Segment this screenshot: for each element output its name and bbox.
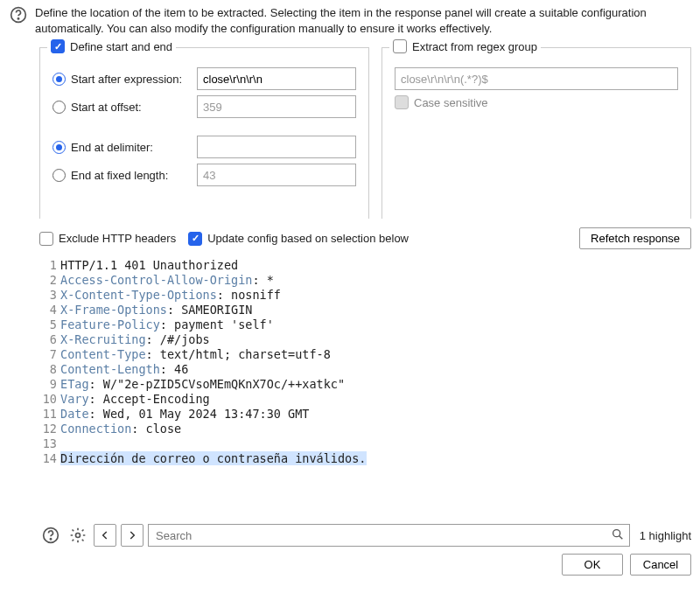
response-line[interactable]: HTTP/1.1 401 Unauthorized	[60, 258, 691, 273]
regex-group: Extract from regex group Case sensitive	[382, 47, 691, 219]
end-at-fixed-length-radio[interactable]	[52, 169, 66, 182]
define-start-end-group: ✓ Define start and end Start after expre…	[39, 47, 369, 219]
prev-arrow-icon[interactable]	[94, 524, 116, 547]
exclude-http-headers-checkbox[interactable]	[39, 232, 53, 246]
end-at-delimiter-label[interactable]: End at delimiter:	[71, 141, 192, 154]
svg-point-1	[18, 18, 18, 19]
start-after-expression-label[interactable]: Start after expression:	[71, 73, 192, 86]
response-line[interactable]: Vary: Accept-Encoding	[60, 392, 691, 407]
response-line[interactable]: Connection: close	[60, 422, 691, 436]
define-start-end-legend: Define start and end	[70, 40, 172, 53]
response-line[interactable]: Feature-Policy: payment 'self'	[60, 317, 691, 332]
end-at-delimiter-input[interactable]	[197, 136, 356, 158]
ok-button[interactable]: OK	[562, 554, 623, 576]
end-at-fixed-length-input[interactable]	[197, 164, 356, 186]
help-icon-small[interactable]	[39, 524, 62, 547]
response-line[interactable]: Content-Type: text/html; charset=utf-8	[60, 347, 691, 362]
start-at-offset-label[interactable]: Start at offset:	[71, 101, 192, 114]
regex-group-legend: Extract from regex group	[412, 40, 537, 53]
description-text: Define the location of the item to be ex…	[35, 5, 691, 37]
response-line[interactable]: X-Content-Type-Options: nosniff	[60, 288, 691, 303]
end-at-delimiter-radio[interactable]	[52, 141, 66, 154]
response-line[interactable]: Content-Length: 46	[60, 362, 691, 377]
gear-icon[interactable]	[66, 524, 89, 547]
start-after-expression-input[interactable]	[197, 67, 356, 90]
update-config-label: Update config based on selection below	[207, 232, 409, 245]
response-line[interactable]: X-Frame-Options: SAMEORIGIN	[60, 303, 691, 317]
svg-point-5	[612, 530, 620, 537]
response-line[interactable]: Date: Wed, 01 May 2024 13:47:30 GMT	[60, 407, 691, 422]
highlight-count: 1 highlight	[634, 529, 691, 542]
search-input[interactable]	[148, 524, 630, 547]
response-line[interactable]	[60, 436, 691, 451]
update-config-checkbox[interactable]: ✓	[188, 232, 202, 246]
end-at-fixed-length-label[interactable]: End at fixed length:	[71, 169, 192, 182]
response-line[interactable]: ETag: W/"2e-pZID5CVsoMEmQKnX7Oc/++xatkc"	[60, 377, 691, 392]
start-at-offset-radio[interactable]	[52, 101, 66, 114]
cancel-button[interactable]: Cancel	[630, 554, 691, 576]
define-start-end-checkbox[interactable]: ✓	[51, 39, 65, 53]
start-at-offset-input[interactable]	[197, 95, 356, 118]
next-arrow-icon[interactable]	[121, 524, 144, 547]
regex-group-checkbox[interactable]	[393, 39, 407, 53]
regex-input	[395, 67, 678, 90]
case-sensitive-checkbox	[395, 95, 409, 109]
response-editor[interactable]: 1234567891011121314 HTTP/1.1 401 Unautho…	[39, 258, 691, 520]
case-sensitive-label: Case sensitive	[414, 96, 488, 109]
svg-point-4	[76, 534, 80, 538]
help-icon[interactable]	[9, 5, 28, 24]
response-line[interactable]: X-Recruiting: /#/jobs	[60, 332, 691, 347]
response-line[interactable]: Dirección de correo o contraseña inválid…	[60, 451, 691, 466]
response-line[interactable]: Access-Control-Allow-Origin: *	[60, 273, 691, 288]
exclude-http-headers-label: Exclude HTTP headers	[59, 232, 176, 245]
search-icon[interactable]	[611, 527, 625, 541]
svg-point-3	[50, 539, 51, 540]
refetch-response-button[interactable]: Refetch response	[579, 227, 691, 249]
start-after-expression-radio[interactable]	[52, 73, 66, 86]
